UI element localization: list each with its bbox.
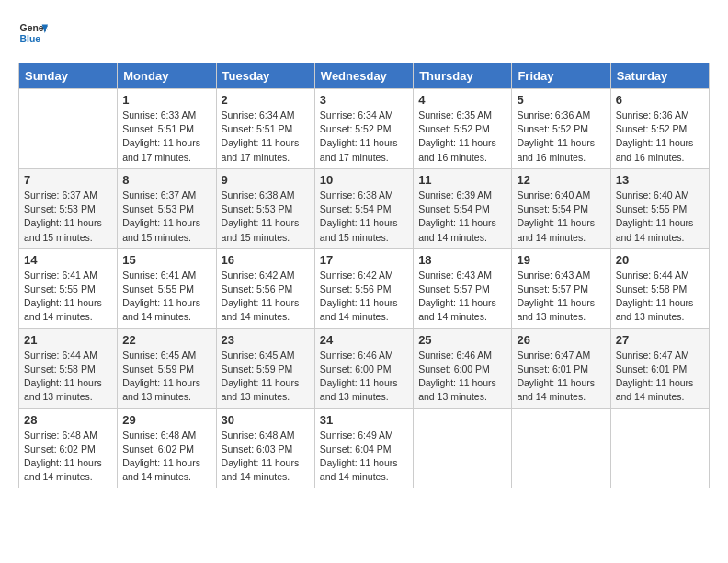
day-info: Sunrise: 6:33 AMSunset: 5:51 PMDaylight:… [122,109,210,165]
calendar-day-cell: 30Sunrise: 6:48 AMSunset: 6:03 PMDayligh… [216,408,314,488]
day-info: Sunrise: 6:45 AMSunset: 5:59 PMDaylight:… [122,349,210,405]
calendar-day-cell: 10Sunrise: 6:38 AMSunset: 5:54 PMDayligh… [314,168,413,248]
day-info: Sunrise: 6:41 AMSunset: 5:55 PMDaylight:… [122,269,210,325]
calendar-day-cell [414,408,512,488]
calendar-day-cell: 15Sunrise: 6:41 AMSunset: 5:55 PMDayligh… [118,248,216,328]
day-number: 5 [517,93,605,107]
calendar-day-cell: 18Sunrise: 6:43 AMSunset: 5:57 PMDayligh… [414,248,512,328]
day-number: 1 [122,93,210,107]
calendar-day-cell: 23Sunrise: 6:45 AMSunset: 5:59 PMDayligh… [216,328,314,408]
day-info: Sunrise: 6:42 AMSunset: 5:56 PMDaylight:… [222,269,310,325]
day-info: Sunrise: 6:46 AMSunset: 6:00 PMDaylight:… [418,349,506,405]
day-info: Sunrise: 6:34 AMSunset: 5:52 PMDaylight:… [320,109,408,165]
day-number: 30 [222,413,310,427]
logo: General Blue [18,18,48,48]
calendar-week-row: 14Sunrise: 6:41 AMSunset: 5:55 PMDayligh… [19,248,710,328]
day-number: 6 [616,93,704,107]
day-number: 15 [122,253,210,267]
day-number: 25 [418,333,506,347]
day-info: Sunrise: 6:39 AMSunset: 5:54 PMDaylight:… [418,189,506,245]
day-info: Sunrise: 6:47 AMSunset: 6:01 PMDaylight:… [517,349,605,405]
day-info: Sunrise: 6:43 AMSunset: 5:57 PMDaylight:… [517,269,605,325]
calendar-day-cell: 29Sunrise: 6:48 AMSunset: 6:02 PMDayligh… [118,408,216,488]
calendar-day-cell: 16Sunrise: 6:42 AMSunset: 5:56 PMDayligh… [216,248,314,328]
day-info: Sunrise: 6:45 AMSunset: 5:59 PMDaylight:… [222,349,310,405]
calendar-day-cell [19,89,118,169]
day-number: 8 [122,173,210,187]
calendar-day-cell: 8Sunrise: 6:37 AMSunset: 5:53 PMDaylight… [118,168,216,248]
day-info: Sunrise: 6:37 AMSunset: 5:53 PMDaylight:… [122,189,210,245]
day-info: Sunrise: 6:36 AMSunset: 5:52 PMDaylight:… [517,109,605,165]
weekday-header-cell: Thursday [414,63,512,89]
day-number: 14 [24,253,112,267]
day-info: Sunrise: 6:44 AMSunset: 5:58 PMDaylight:… [616,269,704,325]
calendar-body: 1Sunrise: 6:33 AMSunset: 5:51 PMDaylight… [19,89,710,488]
day-info: Sunrise: 6:42 AMSunset: 5:56 PMDaylight:… [320,269,408,325]
calendar-day-cell: 26Sunrise: 6:47 AMSunset: 6:01 PMDayligh… [512,328,610,408]
day-number: 19 [517,253,605,267]
calendar-day-cell: 9Sunrise: 6:38 AMSunset: 5:53 PMDaylight… [216,168,314,248]
day-number: 12 [517,173,605,187]
day-info: Sunrise: 6:48 AMSunset: 6:02 PMDaylight:… [24,429,112,485]
day-info: Sunrise: 6:35 AMSunset: 5:52 PMDaylight:… [418,109,506,165]
day-number: 11 [418,173,506,187]
day-info: Sunrise: 6:40 AMSunset: 5:54 PMDaylight:… [517,189,605,245]
day-info: Sunrise: 6:34 AMSunset: 5:51 PMDaylight:… [222,109,310,165]
day-info: Sunrise: 6:43 AMSunset: 5:57 PMDaylight:… [418,269,506,325]
calendar-day-cell: 6Sunrise: 6:36 AMSunset: 5:52 PMDaylight… [610,89,709,169]
day-info: Sunrise: 6:48 AMSunset: 6:03 PMDaylight:… [222,429,310,485]
calendar-day-cell: 3Sunrise: 6:34 AMSunset: 5:52 PMDaylight… [314,89,413,169]
weekday-header-cell: Monday [118,63,216,89]
calendar-day-cell: 27Sunrise: 6:47 AMSunset: 6:01 PMDayligh… [610,328,709,408]
day-number: 13 [616,173,704,187]
weekday-header-cell: Sunday [19,63,118,89]
day-number: 28 [24,413,112,427]
calendar-day-cell: 25Sunrise: 6:46 AMSunset: 6:00 PMDayligh… [414,328,512,408]
calendar-week-row: 1Sunrise: 6:33 AMSunset: 5:51 PMDaylight… [19,89,710,169]
day-number: 18 [418,253,506,267]
calendar-day-cell: 20Sunrise: 6:44 AMSunset: 5:58 PMDayligh… [610,248,709,328]
weekday-header-cell: Tuesday [216,63,314,89]
day-number: 7 [24,173,112,187]
calendar-day-cell: 19Sunrise: 6:43 AMSunset: 5:57 PMDayligh… [512,248,610,328]
day-info: Sunrise: 6:49 AMSunset: 6:04 PMDaylight:… [320,429,408,485]
calendar-week-row: 28Sunrise: 6:48 AMSunset: 6:02 PMDayligh… [19,408,710,488]
day-number: 17 [320,253,408,267]
day-number: 10 [320,173,408,187]
day-info: Sunrise: 6:40 AMSunset: 5:55 PMDaylight:… [616,189,704,245]
day-number: 3 [320,93,408,107]
day-number: 16 [222,253,310,267]
calendar-day-cell: 2Sunrise: 6:34 AMSunset: 5:51 PMDaylight… [216,89,314,169]
day-info: Sunrise: 6:44 AMSunset: 5:58 PMDaylight:… [24,349,112,405]
day-number: 9 [222,173,310,187]
calendar-day-cell [610,408,709,488]
day-number: 24 [320,333,408,347]
day-info: Sunrise: 6:37 AMSunset: 5:53 PMDaylight:… [24,189,112,245]
calendar-day-cell: 22Sunrise: 6:45 AMSunset: 5:59 PMDayligh… [118,328,216,408]
logo-icon: General Blue [18,18,48,48]
day-number: 21 [24,333,112,347]
calendar-day-cell: 24Sunrise: 6:46 AMSunset: 6:00 PMDayligh… [314,328,413,408]
calendar-day-cell: 4Sunrise: 6:35 AMSunset: 5:52 PMDaylight… [414,89,512,169]
day-info: Sunrise: 6:46 AMSunset: 6:00 PMDaylight:… [320,349,408,405]
day-number: 27 [616,333,704,347]
day-info: Sunrise: 6:38 AMSunset: 5:53 PMDaylight:… [222,189,310,245]
day-info: Sunrise: 6:48 AMSunset: 6:02 PMDaylight:… [122,429,210,485]
svg-text:Blue: Blue [20,34,41,44]
calendar-day-cell: 14Sunrise: 6:41 AMSunset: 5:55 PMDayligh… [19,248,118,328]
day-info: Sunrise: 6:41 AMSunset: 5:55 PMDaylight:… [24,269,112,325]
day-number: 26 [517,333,605,347]
day-number: 4 [418,93,506,107]
weekday-header: SundayMondayTuesdayWednesdayThursdayFrid… [19,63,710,89]
day-number: 29 [122,413,210,427]
calendar-day-cell: 13Sunrise: 6:40 AMSunset: 5:55 PMDayligh… [610,168,709,248]
calendar-day-cell: 5Sunrise: 6:36 AMSunset: 5:52 PMDaylight… [512,89,610,169]
day-info: Sunrise: 6:38 AMSunset: 5:54 PMDaylight:… [320,189,408,245]
calendar-day-cell: 28Sunrise: 6:48 AMSunset: 6:02 PMDayligh… [19,408,118,488]
weekday-header-cell: Saturday [610,63,709,89]
day-number: 31 [320,413,408,427]
day-info: Sunrise: 6:36 AMSunset: 5:52 PMDaylight:… [616,109,704,165]
calendar-day-cell: 21Sunrise: 6:44 AMSunset: 5:58 PMDayligh… [19,328,118,408]
calendar-day-cell: 17Sunrise: 6:42 AMSunset: 5:56 PMDayligh… [314,248,413,328]
calendar-week-row: 7Sunrise: 6:37 AMSunset: 5:53 PMDaylight… [19,168,710,248]
